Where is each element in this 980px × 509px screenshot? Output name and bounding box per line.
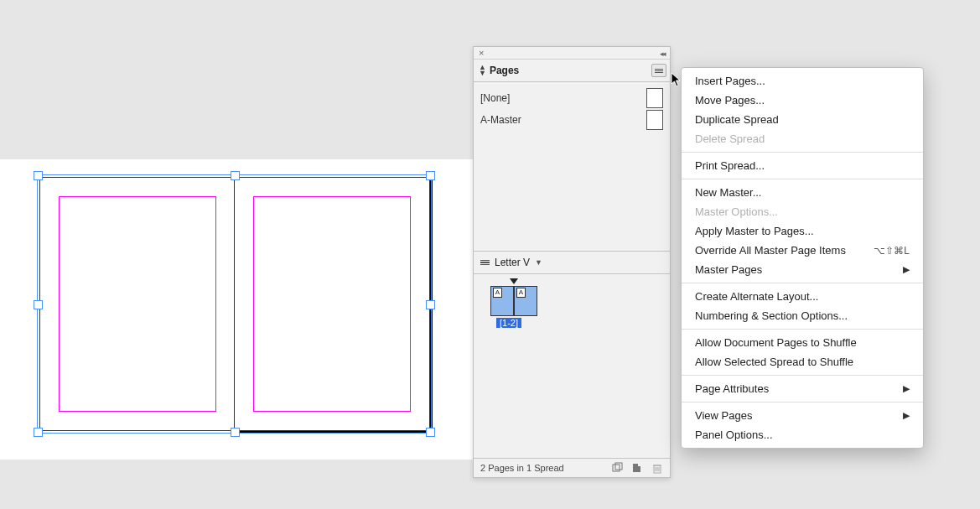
svg-rect-0: [613, 465, 620, 471]
menu-separator: [682, 152, 923, 153]
menu-item-label: Apply Master to Pages...: [695, 225, 814, 237]
menu-separator: [682, 329, 923, 330]
menu-item: Delete Spread: [682, 129, 923, 148]
menu-item[interactable]: Numbering & Section Options...: [682, 306, 923, 325]
menu-item[interactable]: New Master...: [682, 183, 923, 202]
spread-marker-icon: [510, 278, 518, 284]
master-thumb: [646, 110, 663, 130]
menu-item-label: Allow Document Pages to Shuffle: [695, 336, 857, 349]
footer-status: 2 Pages in 1 Spread: [480, 463, 564, 473]
menu-item-label: Page Attributes: [695, 382, 769, 395]
layout-name[interactable]: Letter V: [495, 257, 530, 268]
menu-separator: [682, 375, 923, 376]
panel-titlebar[interactable]: × ◂◂: [474, 47, 670, 60]
master-prefix: A: [516, 288, 526, 298]
panel-tab-row: ▲▼ Pages: [474, 60, 670, 82]
delete-page-icon[interactable]: [651, 462, 663, 474]
menu-item[interactable]: View Pages▶: [682, 406, 923, 425]
panel-menu-button[interactable]: [651, 64, 666, 77]
masters-list[interactable]: [None] A-Master: [474, 82, 670, 252]
dropdown-icon[interactable]: ▼: [535, 258, 542, 267]
document-pages-area[interactable]: A A [1-2]: [474, 274, 670, 457]
layout-bar: Letter V ▼: [474, 252, 670, 274]
menu-item[interactable]: Insert Pages...: [682, 71, 923, 91]
layout-list-icon[interactable]: [480, 260, 490, 266]
submenu-arrow-icon: ▶: [903, 383, 910, 394]
page-thumb-2[interactable]: A: [514, 286, 537, 316]
menu-item[interactable]: Allow Document Pages to Shuffle: [682, 333, 923, 352]
menu-item[interactable]: Create Alternate Layout...: [682, 287, 923, 306]
menu-item-label: Panel Options...: [695, 428, 773, 441]
menu-item[interactable]: Move Pages...: [682, 91, 923, 110]
tab-label: Pages: [490, 65, 519, 76]
menu-item[interactable]: Master Pages▶: [682, 260, 923, 279]
close-icon[interactable]: ×: [479, 48, 484, 58]
menu-item[interactable]: Print Spread...: [682, 156, 923, 175]
menu-item-label: Create Alternate Layout...: [695, 290, 818, 303]
page-right[interactable]: [234, 177, 430, 431]
menu-item[interactable]: Panel Options...: [682, 425, 923, 444]
menu-item-label: Override All Master Page Items: [695, 244, 846, 257]
master-label: [None]: [480, 92, 510, 104]
master-thumb: [646, 88, 663, 108]
menu-item-label: Duplicate Spread: [695, 113, 779, 126]
menu-item-label: Master Pages: [695, 263, 762, 276]
menu-item-label: Allow Selected Spread to Shuffle: [695, 356, 853, 368]
submenu-arrow-icon: ▶: [903, 264, 910, 275]
page-range-label: [1-2]: [496, 318, 521, 328]
page-thumb-1[interactable]: A: [490, 286, 514, 316]
submenu-arrow-icon: ▶: [903, 410, 910, 421]
menu-shortcut: ⌥⇧⌘L: [874, 245, 910, 257]
menu-item-label: Print Spread...: [695, 159, 765, 172]
menu-item-label: Numbering & Section Options...: [695, 309, 848, 322]
collapse-icon[interactable]: ◂◂: [660, 49, 665, 58]
spread-thumb[interactable]: A A: [490, 286, 537, 316]
menu-item-label: Master Options...: [695, 205, 778, 218]
menu-separator: [682, 402, 923, 403]
panel-footer: 2 Pages in 1 Spread: [474, 458, 670, 477]
menu-item-label: New Master...: [695, 186, 761, 199]
menu-item[interactable]: Duplicate Spread: [682, 110, 923, 129]
master-prefix: A: [493, 288, 502, 298]
page-left[interactable]: [39, 177, 236, 431]
menu-item[interactable]: Page Attributes▶: [682, 379, 923, 398]
svg-rect-3: [638, 464, 640, 466]
new-page-icon[interactable]: [631, 462, 643, 474]
tab-pages[interactable]: ▲▼ Pages: [479, 65, 519, 76]
menu-item-label: View Pages: [695, 409, 752, 422]
menu-item-label: Delete Spread: [695, 132, 765, 145]
master-label: A-Master: [480, 114, 521, 126]
menu-separator: [682, 179, 923, 179]
svg-rect-1: [615, 463, 622, 470]
menu-item-label: Move Pages...: [695, 94, 765, 106]
pages-panel-flyout-menu: Insert Pages...Move Pages...Duplicate Sp…: [681, 67, 924, 449]
menu-item-label: Insert Pages...: [695, 75, 765, 87]
menu-item[interactable]: Override All Master Page Items⌥⇧⌘L: [682, 241, 923, 260]
menu-item: Master Options...: [682, 202, 923, 221]
updown-icon: ▲▼: [479, 65, 486, 76]
menu-item[interactable]: Apply Master to Pages...: [682, 221, 923, 241]
master-row-none[interactable]: [None]: [480, 87, 663, 109]
menu-separator: [682, 283, 923, 283]
document-canvas[interactable]: [0, 159, 474, 460]
margin-guide: [59, 196, 216, 412]
edit-page-size-icon[interactable]: [611, 462, 623, 474]
menu-item[interactable]: Allow Selected Spread to Shuffle: [682, 352, 923, 371]
master-row-a[interactable]: A-Master: [480, 109, 663, 131]
margin-guide: [253, 196, 411, 412]
pages-panel: × ◂◂ ▲▼ Pages [None] A-Master Letter V ▼…: [473, 46, 671, 478]
